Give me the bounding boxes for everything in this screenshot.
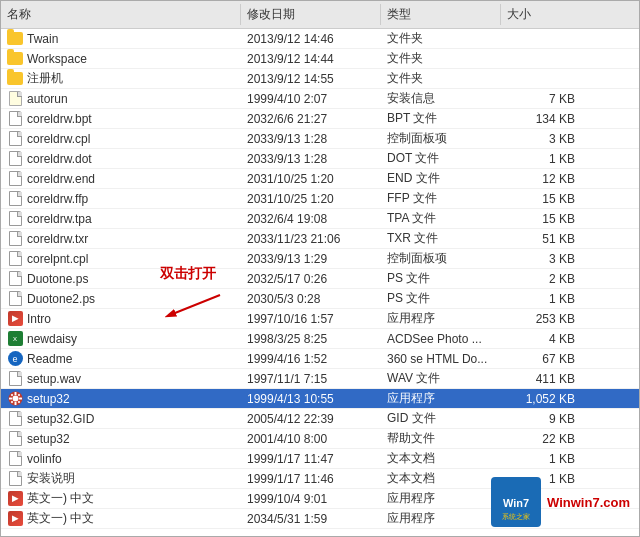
table-body: Twain2013/9/12 14:46文件夹Workspace2013/9/1… [1, 29, 639, 536]
table-row[interactable]: coreldrw.tpa2032/6/4 19:08TPA 文件15 KB [1, 209, 639, 229]
file-size [501, 29, 581, 48]
svg-rect-2 [14, 392, 16, 395]
file-name: setup32 [1, 429, 241, 448]
file-type: 帮助文件 [381, 429, 501, 448]
file-name: coreldrw.ffp [1, 189, 241, 208]
file-size: 51 KB [501, 229, 581, 248]
file-name: autorun [1, 89, 241, 108]
file-size: 3 KB [501, 249, 581, 268]
file-name: ▶英文一) 中文 [1, 489, 241, 508]
table-row[interactable]: corelpnt.cpl2033/9/13 1:29控制面板项3 KB [1, 249, 639, 269]
file-date: 2013/9/12 14:46 [241, 29, 381, 48]
file-name: coreldrw.txr [1, 229, 241, 248]
file-size: 22 KB [501, 429, 581, 448]
col-size[interactable]: 大小 [501, 4, 581, 25]
file-date: 1999/1/17 11:46 [241, 469, 381, 488]
table-row[interactable]: eReadme1999/4/16 1:52360 se HTML Do...67… [1, 349, 639, 369]
file-size: 15 KB [501, 189, 581, 208]
svg-rect-4 [9, 398, 12, 400]
file-icon [7, 171, 23, 187]
file-date: 2032/5/17 0:26 [241, 269, 381, 288]
table-row[interactable]: 注册机2013/9/12 14:55文件夹 [1, 69, 639, 89]
col-type[interactable]: 类型 [381, 4, 501, 25]
table-row[interactable]: coreldrw.txr2033/11/23 21:06TXR 文件51 KB [1, 229, 639, 249]
app-icon: ▶ [7, 511, 23, 527]
table-row[interactable]: coreldrw.ffp2031/10/25 1:20FFP 文件15 KB [1, 189, 639, 209]
table-row[interactable]: Twain2013/9/12 14:46文件夹 [1, 29, 639, 49]
table-row[interactable]: autorun1999/4/10 2:07安装信息7 KB [1, 89, 639, 109]
file-name: coreldrw.bpt [1, 109, 241, 128]
file-icon [7, 111, 23, 127]
file-name: corelpnt.cpl [1, 249, 241, 268]
file-name: Duotone.ps [1, 269, 241, 288]
file-icon [7, 411, 23, 427]
file-type: 应用程序 [381, 509, 501, 528]
file-type: GID 文件 [381, 409, 501, 428]
col-name[interactable]: 名称 [1, 4, 241, 25]
file-type: 文件夹 [381, 69, 501, 88]
table-row[interactable]: ▶Intro1997/10/16 1:57应用程序253 KB [1, 309, 639, 329]
file-icon [7, 271, 23, 287]
file-size: 253 KB [501, 309, 581, 328]
folder-icon [7, 51, 23, 67]
folder-icon [7, 71, 23, 87]
table-row[interactable]: coreldrw.cpl2033/9/13 1:28控制面板项3 KB [1, 129, 639, 149]
file-icon [7, 151, 23, 167]
table-row[interactable]: ▶英文一) 中文1999/10/4 9:01应用程序 [1, 489, 639, 509]
file-date: 2001/4/10 8:00 [241, 429, 381, 448]
file-name: Workspace [1, 49, 241, 68]
file-name: ▶Intro [1, 309, 241, 328]
file-type: 应用程序 [381, 489, 501, 508]
table-row[interactable]: coreldrw.dot2033/9/13 1:28DOT 文件1 KB [1, 149, 639, 169]
file-name: 注册机 [1, 69, 241, 88]
file-date: 2005/4/12 22:39 [241, 409, 381, 428]
file-date: 1999/4/13 10:55 [241, 389, 381, 408]
table-row[interactable]: setup322001/4/10 8:00帮助文件22 KB [1, 429, 639, 449]
file-size: 7 KB [501, 89, 581, 108]
svg-rect-3 [14, 402, 16, 405]
table-row[interactable]: setup.wav1997/11/1 7:15WAV 文件411 KB [1, 369, 639, 389]
col-date[interactable]: 修改日期 [241, 4, 381, 25]
file-name: coreldrw.cpl [1, 129, 241, 148]
table-row[interactable]: Workspace2013/9/12 14:44文件夹 [1, 49, 639, 69]
table-header: 名称 修改日期 类型 大小 [1, 1, 639, 29]
file-name: coreldrw.end [1, 169, 241, 188]
table-row[interactable]: coreldrw.bpt2032/6/6 21:27BPT 文件134 KB [1, 109, 639, 129]
file-icon [7, 131, 23, 147]
file-size: 1 KB [501, 469, 581, 488]
file-size [501, 49, 581, 68]
file-date: 1997/11/1 7:15 [241, 369, 381, 388]
svg-rect-5 [19, 398, 22, 400]
file-date: 2033/11/23 21:06 [241, 229, 381, 248]
file-size: 12 KB [501, 169, 581, 188]
table-row[interactable]: xnewdaisy1998/3/25 8:25ACDSee Photo ...4… [1, 329, 639, 349]
file-name: Twain [1, 29, 241, 48]
file-name: 安装说明 [1, 469, 241, 488]
table-row[interactable]: setup321999/4/13 10:55应用程序1,052 KB [1, 389, 639, 409]
file-type: ACDSee Photo ... [381, 329, 501, 348]
table-row[interactable]: Duotone.ps2032/5/17 0:26PS 文件2 KB [1, 269, 639, 289]
table-row[interactable]: 安装说明1999/1/17 11:46文本文档1 KB [1, 469, 639, 489]
gear-icon [7, 391, 23, 407]
file-size: 1,052 KB [501, 389, 581, 408]
app-icon: ▶ [7, 491, 23, 507]
file-type: DOT 文件 [381, 149, 501, 168]
file-type: 文本文档 [381, 469, 501, 488]
file-size: 15 KB [501, 209, 581, 228]
file-icon [7, 191, 23, 207]
file-type: WAV 文件 [381, 369, 501, 388]
file-name: coreldrw.dot [1, 149, 241, 168]
svg-point-1 [12, 396, 18, 402]
table-row[interactable]: Duotone2.ps2030/5/3 0:28PS 文件1 KB [1, 289, 639, 309]
file-size: 2 KB [501, 269, 581, 288]
file-type: 文件夹 [381, 29, 501, 48]
file-icon [7, 291, 23, 307]
file-size: 67 KB [501, 349, 581, 368]
table-row[interactable]: setup32.GID2005/4/12 22:39GID 文件9 KB [1, 409, 639, 429]
ie-icon: e [7, 351, 23, 367]
file-name: coreldrw.tpa [1, 209, 241, 228]
table-row[interactable]: ▶英文一) 中文2034/5/31 1:59应用程序 [1, 509, 639, 529]
table-row[interactable]: coreldrw.end2031/10/25 1:20END 文件12 KB [1, 169, 639, 189]
file-icon [7, 251, 23, 267]
table-row[interactable]: volinfo1999/1/17 11:47文本文档1 KB [1, 449, 639, 469]
